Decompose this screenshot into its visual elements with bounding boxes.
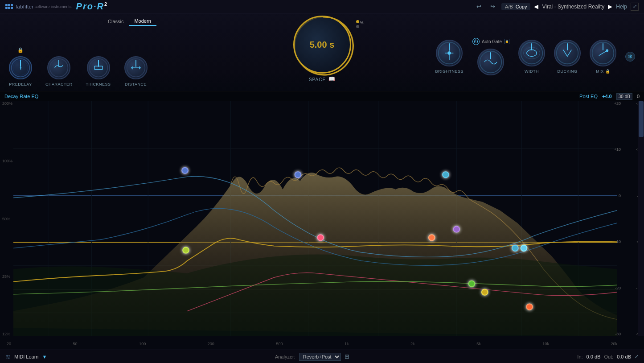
pct-25: 25% [2,274,12,279]
freq-50: 50 [73,342,78,346]
ducking-knob[interactable] [554,40,581,66]
auto-gate-power[interactable]: ⏻ [472,38,480,45]
freq-1k: 1k [345,342,349,346]
help-button[interactable]: Help [616,4,627,10]
eq-node-purple[interactable] [453,226,459,232]
midi-dropdown[interactable]: ▼ [42,354,47,359]
auto-gate-label: Auto Gate [482,39,502,44]
bottom-left: ≋ MIDI Learn ▼ [5,353,47,360]
eq-node-pink[interactable] [317,235,324,240]
prev-preset-button[interactable]: ◀ [534,3,538,10]
mix-group: MIX 🔒 [590,40,616,74]
in-value: 0.0 dB [587,354,601,359]
waveform-icon[interactable]: ≋ [5,353,11,360]
brand-subtitle: software instruments [35,4,72,9]
auto-gate-header: ⏻ Auto Gate 🔒 [472,38,509,45]
redo-button[interactable]: ↪ [488,2,498,11]
eq-node-green[interactable] [469,281,475,287]
auto-gate-lock[interactable]: 🔒 [504,39,509,44]
preset-name: Viral - Synthesized Reality [542,4,604,10]
svg-point-4 [89,59,107,77]
ducking-group: DUCKING [554,40,581,74]
brightness-knob[interactable] [436,40,463,66]
eq-right: Post EQ +4.0 30 dB 0 [579,93,640,100]
eq-node-blue-2[interactable] [295,172,301,177]
fullscreen-button[interactable]: ⤢ [631,3,639,11]
predelay-knob[interactable]: ⬆ [9,56,32,79]
analyzer-select[interactable]: Reverb+Post Pre Post Off [299,353,341,361]
predelay-group: 🔒 ⬆ PREDELAY [9,54,32,87]
pct-labels: 200% 100% 50% 25% 12% [2,101,12,336]
top-bar: fabfilter software instruments Pro·R2 ↩ … [0,0,644,13]
copy-button[interactable]: Copy [516,4,527,9]
svg-point-20 [557,42,578,64]
space-area: 5.00 s % SPACE 📖 [293,13,351,82]
scrollbar-thumb[interactable] [639,101,644,137]
space-dial[interactable]: 5.00 s [293,16,351,74]
character-knob[interactable] [47,56,70,79]
analyzer-label: Analyzer: [275,354,295,359]
eq-top-bar: Decay Rate EQ Post EQ +4.0 30 dB 0 [0,91,644,101]
eq-area: Decay Rate EQ Post EQ +4.0 30 dB 0 200% … [0,91,644,350]
width-knob[interactable] [518,40,545,66]
auto-gate-group: ⏻ Auto Gate 🔒 [472,38,509,75]
tab-modern[interactable]: Modern [129,17,156,26]
width-label: WIDTH [525,69,539,74]
thickness-label: THICKNESS [86,82,111,87]
svg-text:⬆: ⬆ [19,66,22,70]
undo-button[interactable]: ↩ [474,2,484,11]
svg-rect-5 [94,66,102,69]
mix-knob[interactable] [590,40,616,66]
svg-marker-9 [139,66,141,69]
logo-grid [5,4,13,9]
eq-db-label: 30 dB [616,93,632,100]
eq-node-orange-1[interactable] [429,235,435,240]
db-minus10: -10 [614,239,621,244]
distance-label: DISTANCE [125,82,147,87]
character-group: CHARACTER [45,56,73,87]
product-name: Pro·R2 [76,1,108,12]
tab-classic[interactable]: Classic [103,17,129,26]
svg-point-3 [50,59,68,77]
eq-node-yellow[interactable] [482,289,488,295]
resize-icon[interactable]: ⤢ [635,354,639,359]
freq-20k: 20k [611,342,617,346]
next-preset-button[interactable]: ▶ [608,3,612,10]
pct-12: 12% [2,332,12,336]
eq-node-cyan-2[interactable] [512,245,518,251]
brightness-group: BRIGHTNESS [435,40,464,74]
svg-line-22 [599,50,607,55]
midi-learn-label: MIDI Learn [14,354,38,359]
mode-tabs: Classic Modern [103,17,156,26]
svg-point-19 [523,47,540,59]
post-eq-label: Post EQ [579,94,598,99]
logo-dot [8,7,10,9]
eq-node-cyan-1[interactable] [443,172,449,177]
snap-icon[interactable]: ⊞ [345,353,349,360]
ab-group: A/B Copy [501,3,530,10]
freq-20: 20 [7,342,11,346]
eq-node-green-yellow[interactable] [183,247,189,253]
predelay-lock-icon: 🔒 [17,47,24,53]
space-right-dots [356,20,359,28]
eq-node-orange-2[interactable] [526,304,533,310]
bottom-bar: ≋ MIDI Learn ▼ Analyzer: Reverb+Post Pre… [0,350,644,363]
svg-point-18 [527,50,537,57]
space-dot-mr [356,25,359,28]
freq-labels: 20 50 100 200 500 1k 2k 5k 10k 20k [0,342,624,346]
freq-500: 500 [276,342,283,346]
ducking-label: DUCKING [557,69,577,74]
eq-node-blue-1[interactable] [182,168,188,173]
eq-title: Decay Rate EQ [4,94,38,99]
eq-node-cyan-3[interactable] [521,245,527,251]
distance-knob[interactable] [124,56,148,79]
freq-5k: 5k [476,342,481,346]
distance-group: DISTANCE [124,56,148,87]
snowflake-button[interactable]: ❄ [625,52,635,62]
thickness-knob[interactable] [87,56,110,79]
right-controls: BRIGHTNESS ⏻ Auto Gate 🔒 [426,13,644,91]
space-label: SPACE [309,77,326,82]
auto-gate-knob[interactable] [477,49,504,75]
vertical-scrollbar[interactable] [638,101,644,336]
eq-canvas[interactable] [13,101,617,336]
